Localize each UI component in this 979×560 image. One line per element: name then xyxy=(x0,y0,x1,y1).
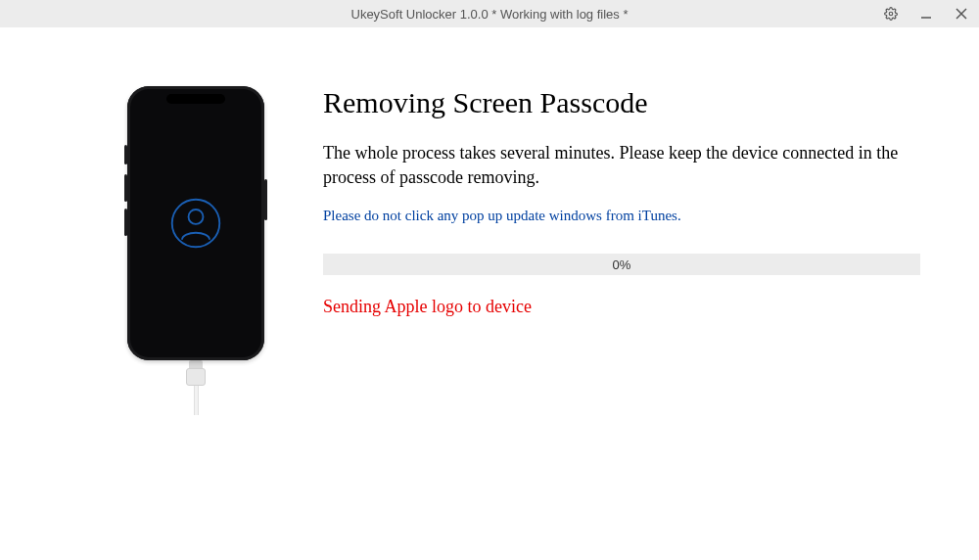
minimize-icon xyxy=(920,8,932,20)
status-text: Sending Apple logo to device xyxy=(323,297,920,317)
svg-point-0 xyxy=(889,12,893,16)
phone-illustration xyxy=(127,86,264,415)
page-title: Removing Screen Passcode xyxy=(323,86,920,119)
phone-body xyxy=(127,86,264,360)
titlebar: UkeySoft Unlocker 1.0.0 * Working with l… xyxy=(0,0,979,27)
progress-bar: 0% xyxy=(323,254,920,275)
titlebar-controls xyxy=(873,0,979,27)
progress-percent: 0% xyxy=(613,257,631,272)
phone-side-button xyxy=(124,174,127,202)
phone-side-button xyxy=(264,179,267,220)
warning-text: Please do not click any pop up update wi… xyxy=(323,208,920,224)
minimize-button[interactable] xyxy=(909,0,944,27)
main-panel: Removing Screen Passcode The whole proce… xyxy=(323,86,930,415)
svg-point-5 xyxy=(189,210,204,224)
close-button[interactable] xyxy=(944,0,979,27)
description-text: The whole process takes several minutes.… xyxy=(323,141,920,190)
phone-cable-plug xyxy=(186,368,206,386)
phone-cable-tip xyxy=(189,360,203,368)
phone-notch xyxy=(166,94,225,104)
phone-cable-wire xyxy=(194,386,199,415)
gear-icon xyxy=(884,7,898,21)
close-icon xyxy=(956,8,967,20)
phone-side-button xyxy=(124,209,127,236)
settings-button[interactable] xyxy=(873,0,909,27)
user-lock-icon xyxy=(168,196,223,251)
content-area: Removing Screen Passcode The whole proce… xyxy=(0,27,979,454)
phone-side-button xyxy=(124,145,127,164)
window-title: UkeySoft Unlocker 1.0.0 * Working with l… xyxy=(351,7,629,22)
